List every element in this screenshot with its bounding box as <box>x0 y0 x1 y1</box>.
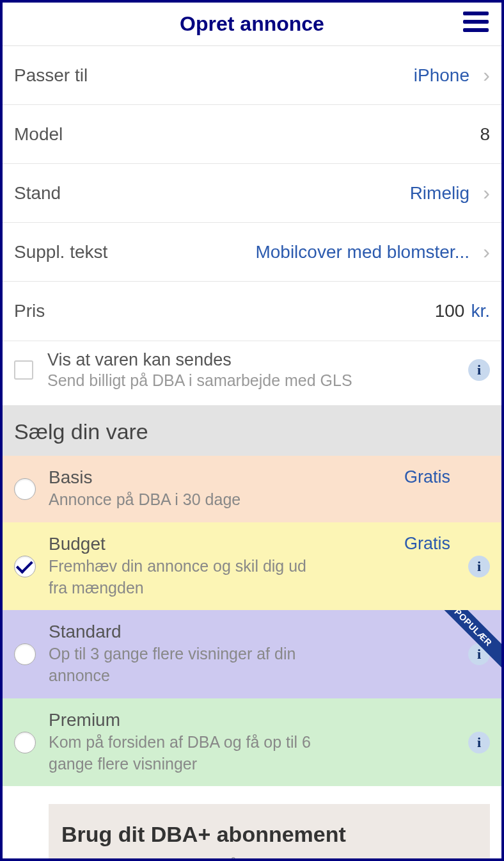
plan-basis-price: Gratis <box>404 467 450 487</box>
plan-standard-radio[interactable] <box>14 643 36 665</box>
row-condition[interactable]: Stand Rimelig › <box>3 164 501 223</box>
info-icon[interactable]: i <box>468 732 490 753</box>
popular-ribbon: POPULÆR <box>429 610 501 672</box>
condition-value: Rimelig <box>61 183 477 204</box>
price-label: Pris <box>14 301 45 321</box>
shipping-subtitle: Send billigt på DBA i samarbejde med GLS <box>47 371 468 390</box>
sell-heading: Sælg din vare <box>3 405 501 456</box>
suppl-label: Suppl. tekst <box>14 242 107 262</box>
row-suppl-text[interactable]: Suppl. tekst Mobilcover med blomster... … <box>3 223 501 282</box>
dba-plus-subtitle: Husk at du med DBA+ får ekstra rabat <box>61 856 477 861</box>
page-title: Opret annonce <box>180 12 324 36</box>
plan-basis-radio[interactable] <box>14 478 36 500</box>
chevron-right-icon: › <box>477 63 490 87</box>
shipping-checkbox[interactable] <box>14 360 33 380</box>
row-fits[interactable]: Passer til iPhone › <box>3 46 501 105</box>
plan-budget-desc: Fremhæv din annonce og skil dig ud fra m… <box>49 556 324 599</box>
info-icon[interactable]: i <box>468 556 490 577</box>
info-icon[interactable]: i <box>468 359 490 381</box>
condition-label: Stand <box>14 183 61 204</box>
model-label: Model <box>14 124 63 145</box>
dba-plus-box[interactable]: Brug dit DBA+ abonnement Husk at du med … <box>49 804 490 861</box>
dba-plus-title: Brug dit DBA+ abonnement <box>61 822 477 847</box>
model-value: 8 <box>63 124 490 145</box>
fits-value: iPhone <box>88 65 477 86</box>
plan-budget[interactable]: Budget Fremhæv din annonce og skil dig u… <box>3 522 501 611</box>
chevron-right-icon: › <box>477 181 490 205</box>
plan-basis[interactable]: Basis Annonce på DBA i 30 dage Gratis <box>3 456 501 522</box>
row-price[interactable]: Pris 100 kr. <box>3 282 501 341</box>
plan-premium-radio[interactable] <box>14 732 36 753</box>
shipping-title: Vis at varen kan sendes <box>47 350 468 370</box>
plan-budget-title: Budget <box>49 534 324 554</box>
plan-budget-radio[interactable] <box>14 556 36 577</box>
plan-premium-title: Premium <box>49 710 324 730</box>
header: Opret annonce <box>3 3 501 46</box>
plan-premium[interactable]: Premium Kom på forsiden af DBA og få op … <box>3 698 501 787</box>
plan-standard[interactable]: Standard Op til 3 gange flere visninger … <box>3 610 501 698</box>
plan-standard-title: Standard <box>49 622 324 642</box>
suppl-value: Mobilcover med blomster... <box>107 242 477 262</box>
plan-basis-desc: Annonce på DBA i 30 dage <box>49 489 324 511</box>
menu-icon[interactable] <box>463 12 489 32</box>
plan-budget-price: Gratis <box>404 534 450 554</box>
price-value: 100 <box>45 301 471 321</box>
plan-premium-desc: Kom på forsiden af DBA og få op til 6 ga… <box>49 732 324 775</box>
row-shipping: Vis at varen kan sendes Send billigt på … <box>3 341 501 405</box>
price-unit: kr. <box>471 301 490 321</box>
fits-label: Passer til <box>14 65 88 86</box>
chevron-right-icon: › <box>477 240 490 264</box>
plan-standard-desc: Op til 3 gange flere visninger af din an… <box>49 643 324 687</box>
row-model[interactable]: Model 8 <box>3 105 501 164</box>
plan-basis-title: Basis <box>49 467 324 488</box>
shipping-text: Vis at varen kan sendes Send billigt på … <box>47 350 468 390</box>
